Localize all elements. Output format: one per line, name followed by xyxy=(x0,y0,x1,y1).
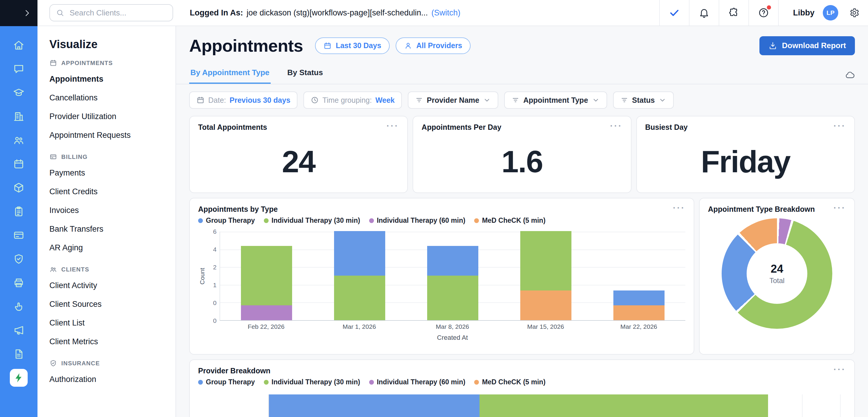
logged-in-status: Logged In As: joe dickason (stg)[workflo… xyxy=(190,8,461,18)
card-menu-button[interactable]: ··· xyxy=(834,367,846,373)
legend-swatch xyxy=(474,380,479,385)
card-menu-button[interactable]: ··· xyxy=(834,205,846,211)
rail-item-self-scheduling[interactable] xyxy=(10,298,28,315)
download-report-button[interactable]: Download Report xyxy=(760,36,855,55)
card-menu-button[interactable]: ··· xyxy=(834,123,846,129)
sidebar-item-appointments[interactable]: Appointments xyxy=(50,70,176,89)
bar-segment-group-therapy xyxy=(613,290,664,305)
sidebar-item-client-metrics[interactable]: Client Metrics xyxy=(50,332,176,351)
bell-icon xyxy=(699,7,710,19)
bar-group-mar-8-2026[interactable] xyxy=(427,246,478,320)
chart-title: Provider Breakdown xyxy=(198,367,270,375)
rail-item-tasks[interactable] xyxy=(10,203,28,220)
logged-in-account: joe dickason (stg)[workflows-page][self-… xyxy=(247,8,428,18)
card-menu-button[interactable]: ··· xyxy=(386,123,399,129)
client-search[interactable] xyxy=(50,4,173,22)
appointment-type-filter[interactable]: Appointment Type xyxy=(504,92,607,109)
tasks-complete-button[interactable] xyxy=(659,0,689,26)
search-input[interactable] xyxy=(68,8,166,18)
date-filter[interactable]: Date: Previous 30 days xyxy=(189,92,298,109)
x-axis-label: Created At xyxy=(220,334,685,342)
stat-card-total-appointments: Total Appointments···24 xyxy=(189,116,408,193)
stat-card-busiest-day: Busiest Day···Friday xyxy=(636,116,855,193)
calendar-icon xyxy=(13,158,25,170)
insurance-icon xyxy=(13,253,25,265)
rail-item-calendar[interactable] xyxy=(10,155,28,173)
rail-item-print[interactable] xyxy=(10,274,28,292)
rail-item-home[interactable] xyxy=(10,36,28,54)
sidebar-item-client-sources[interactable]: Client Sources xyxy=(50,295,176,314)
sidebar-item-payments[interactable]: Payments xyxy=(50,164,176,182)
notifications-button[interactable] xyxy=(689,0,719,26)
bar-group-mar-22-2026[interactable] xyxy=(613,290,664,320)
integrations-button[interactable] xyxy=(719,0,748,26)
sidebar-section-appointments: APPOINTMENTS xyxy=(50,59,176,67)
rail-item-announcements[interactable] xyxy=(10,321,28,339)
stat-title: Appointments Per Day xyxy=(422,123,501,132)
filter-label: Provider Name xyxy=(427,96,479,105)
rail-item-billing[interactable] xyxy=(10,226,28,244)
rail-item-insights[interactable] xyxy=(10,369,28,387)
rail-item-messages[interactable] xyxy=(10,60,28,78)
calendar-icon xyxy=(196,96,205,104)
bar-group-mar-15-2026[interactable] xyxy=(520,231,571,320)
chart-legend: Group TherapyIndividual Therapy (30 min)… xyxy=(198,378,846,386)
last-30-days-pill[interactable]: Last 30 Days xyxy=(315,37,390,54)
legend-item-group-therapy: Group Therapy xyxy=(198,378,255,386)
sidebar-item-cancellations[interactable]: Cancellations xyxy=(50,89,176,107)
donut-chart: 24 Total xyxy=(722,218,832,329)
legend-item-individual-therapy-30-min: Individual Therapy (30 min) xyxy=(264,216,360,224)
filter-icon xyxy=(620,96,628,104)
rail-item-integrations[interactable] xyxy=(10,179,28,197)
all-providers-pill[interactable]: All Providers xyxy=(396,37,471,54)
rail-item-organization[interactable] xyxy=(10,107,28,125)
sidebar-section-clients: CLIENTS xyxy=(50,266,176,273)
sidebar-item-invoices[interactable]: Invoices xyxy=(50,201,176,220)
bar-group-mar-1-2026[interactable] xyxy=(334,231,385,320)
time-grouping-filter[interactable]: Time grouping: Week xyxy=(303,92,402,109)
cloud-icon[interactable] xyxy=(845,70,855,84)
app-root: Logged In As: joe dickason (stg)[workflo… xyxy=(0,0,868,417)
status-filter[interactable]: Status xyxy=(613,92,674,109)
provider-plot-area xyxy=(268,394,846,417)
gridline xyxy=(220,232,685,232)
sidebar-item-appointment-requests[interactable]: Appointment Requests xyxy=(50,126,176,145)
billing-icon xyxy=(13,229,25,241)
x-tick-label: Mar 22, 2026 xyxy=(621,323,657,330)
card-menu-button[interactable]: ··· xyxy=(673,205,685,211)
sidebar-item-client-activity[interactable]: Client Activity xyxy=(50,276,176,295)
tab-by-status[interactable]: By Status xyxy=(286,63,324,84)
rail-item-education[interactable] xyxy=(10,84,28,102)
sidebar-item-provider-utilization[interactable]: Provider Utilization xyxy=(50,107,176,126)
sidebar-item-authorization[interactable]: Authorization xyxy=(50,370,176,389)
chevron-right-icon xyxy=(23,9,32,18)
rail-item-insurance[interactable] xyxy=(10,250,28,268)
sidebar-item-client-list[interactable]: Client List xyxy=(50,314,176,332)
settings-button[interactable] xyxy=(841,0,868,26)
bar-group-feb-22-2026[interactable] xyxy=(241,246,292,320)
search-icon xyxy=(56,9,64,17)
sidebar-item-ar-aging[interactable]: AR Aging xyxy=(50,239,176,257)
download-icon xyxy=(768,41,777,50)
sidebar-item-bank-transfers[interactable]: Bank Transfers xyxy=(50,220,176,239)
tab-by-appointment-type[interactable]: By Appointment Type xyxy=(189,63,271,84)
messages-icon xyxy=(13,63,25,75)
clock-icon xyxy=(311,96,319,104)
main-content: Appointments Last 30 DaysAll Providers D… xyxy=(176,26,868,417)
person-icon xyxy=(404,42,412,50)
x-axis-ticks: Feb 22, 2026Mar 1, 2026Mar 8, 2026Mar 15… xyxy=(220,323,685,334)
date-filter-value: Previous 30 days xyxy=(230,96,290,105)
rail-item-documents[interactable] xyxy=(10,345,28,363)
avatar[interactable]: LP xyxy=(823,5,838,21)
help-button[interactable] xyxy=(748,0,778,26)
switch-account-link[interactable]: (Switch) xyxy=(431,8,461,18)
provider-name-filter[interactable]: Provider Name xyxy=(408,92,498,109)
provider-bar[interactable] xyxy=(269,394,846,417)
sidebar-sections: APPOINTMENTSAppointmentsCancellationsPro… xyxy=(50,59,176,389)
sidebar-expand-toggle[interactable] xyxy=(0,0,37,26)
clock-icon xyxy=(311,96,319,104)
rail-item-clients[interactable] xyxy=(10,131,28,149)
sidebar-item-client-credits[interactable]: Client Credits xyxy=(50,182,176,201)
sidebar-section-billing: BILLING xyxy=(50,153,176,161)
card-menu-button[interactable]: ··· xyxy=(610,123,623,129)
